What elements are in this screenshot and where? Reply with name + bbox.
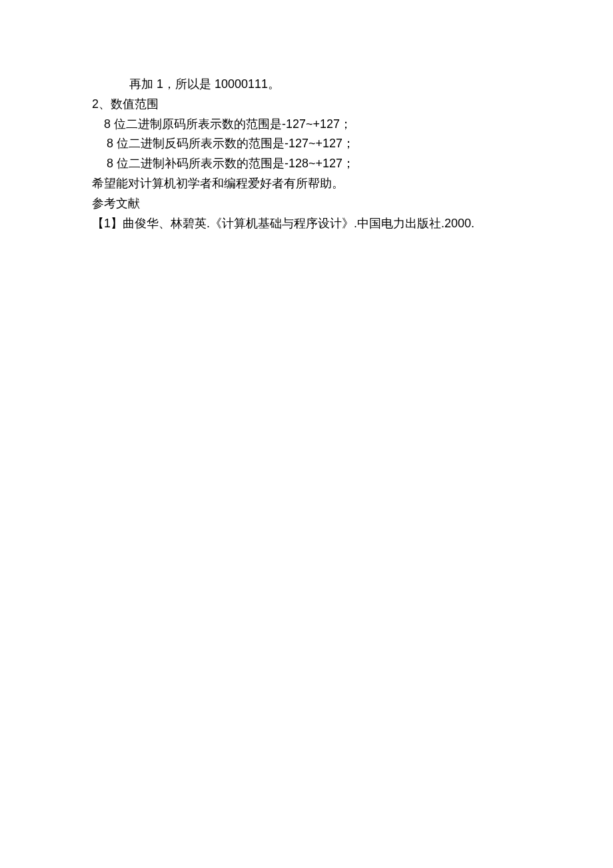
text-line-inverse-code: 8 位二进制反码所表示数的范围是-127~+127； bbox=[92, 134, 521, 153]
reference-item-1: 【1】曲俊华、林碧英.《计算机基础与程序设计》.中国电力出版社.2000. bbox=[92, 214, 521, 233]
text-line-complement-code: 8 位二进制补码所表示数的范围是-128~+127； bbox=[92, 154, 521, 173]
text-line-continuation: 再加 1，所以是 10000111。 bbox=[92, 75, 521, 94]
text-line-original-code: 8 位二进制原码所表示数的范围是-127~+127； bbox=[92, 115, 521, 134]
references-heading: 参考文献 bbox=[92, 194, 521, 213]
text-line-conclusion: 希望能对计算机初学者和编程爱好者有所帮助。 bbox=[92, 174, 521, 193]
section-heading-range: 2、数值范围 bbox=[92, 95, 521, 114]
